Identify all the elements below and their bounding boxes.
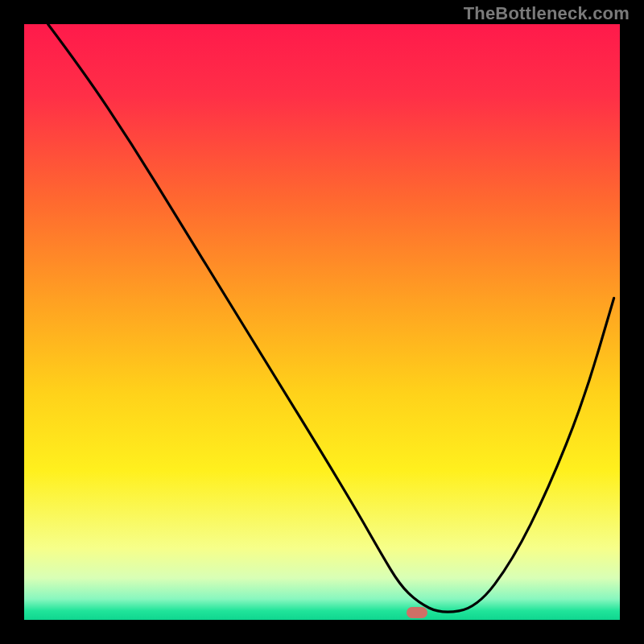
plot-area (24, 24, 620, 620)
chart-container: TheBottleneck.com (0, 0, 644, 644)
watermark-text: TheBottleneck.com (464, 3, 630, 24)
bottleneck-curve (24, 24, 620, 620)
optimal-point-marker (407, 607, 427, 618)
